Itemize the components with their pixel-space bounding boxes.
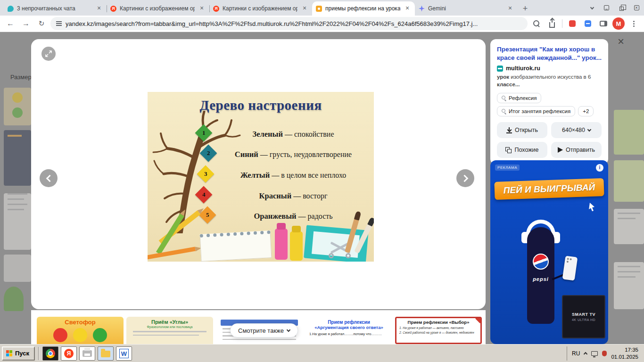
yandex-favicon-icon <box>110 6 116 12</box>
source-link[interactable]: multiurok.ru <box>497 65 602 72</box>
close-window-button[interactable] <box>629 0 644 16</box>
refresh-button[interactable] <box>35 17 48 30</box>
extension-blue-button[interactable] <box>581 17 594 30</box>
gemini-favicon-icon <box>419 6 425 12</box>
background-thumbnail <box>4 193 31 250</box>
similar-button[interactable]: Похожие <box>497 142 547 158</box>
previous-image-button[interactable] <box>40 169 58 187</box>
open-button[interactable]: Открыть <box>497 122 547 138</box>
send-icon <box>558 147 563 153</box>
page-favicon-icon <box>316 6 322 12</box>
taskbar-printer-button[interactable] <box>79 346 95 361</box>
background-page-left: Размер <box>0 32 31 344</box>
extension-icon <box>585 20 591 27</box>
ad-headline: ПЕЙ И ВЫИГРЫВАЙ <box>504 182 595 196</box>
tray-monitor-icon[interactable] <box>591 351 598 356</box>
download-icon <box>506 127 512 133</box>
tv-text: 4K ULTRA HD <box>572 318 595 321</box>
share-icon <box>549 22 555 28</box>
tab-title: Картинки с изображением орга <box>120 5 195 12</box>
chevron-left-icon <box>46 174 53 182</box>
minimize-button[interactable] <box>599 0 614 16</box>
language-indicator[interactable]: RU <box>572 350 580 357</box>
start-label: Пуск <box>15 350 29 357</box>
mood-line-green: Зеленый — спокойствие <box>218 130 368 139</box>
background-thumbnail <box>4 130 31 186</box>
image-title-link[interactable]: Презентация "Как мир хорош в красе своей… <box>497 45 602 62</box>
notebook-graphic <box>200 230 272 262</box>
windows-logo-icon <box>6 350 12 356</box>
see-also-button[interactable]: Смотрите также <box>230 323 298 337</box>
tray-expand-icon[interactable] <box>584 352 587 356</box>
taskbar-clock[interactable]: 17:35 01.01.2025 <box>611 346 638 360</box>
expand-image-button[interactable] <box>41 47 56 61</box>
viewed-image[interactable]: Дерево настроения <box>148 92 374 262</box>
tv-text: SMART TV <box>572 312 595 317</box>
tray-shield-icon[interactable] <box>602 351 607 356</box>
tab-unread-chats[interactable]: 3 непрочитанных чата <box>4 1 107 16</box>
tab-close-icon[interactable] <box>506 5 514 12</box>
zoom-button[interactable] <box>530 17 543 30</box>
url-text: yandex.kz/images/search?from=tabbar&img_… <box>66 20 522 27</box>
tab-close-icon[interactable] <box>301 5 308 12</box>
background-thumbnail <box>4 255 31 282</box>
tab-close-icon[interactable] <box>198 5 206 12</box>
advertisement-banner[interactable]: РЕКЛАМА ПЕЙ И ВЫИГРЫВАЙ pepsi SMART TV 4… <box>490 160 608 344</box>
new-tab-button[interactable] <box>519 2 532 15</box>
tab-current[interactable]: приемы рефлексии на уроках в <box>312 1 415 16</box>
tab-close-icon[interactable] <box>404 5 411 12</box>
minimize-icon <box>604 5 609 10</box>
taskbar-folder-button[interactable] <box>98 346 114 361</box>
card-line: 2. Своей работой на уроке я — доволен, н… <box>399 331 478 334</box>
tag-chip-reflexia[interactable]: Рефлексия <box>497 93 541 103</box>
text-placeholder <box>126 331 213 336</box>
start-button[interactable]: Пуск <box>2 346 35 361</box>
profile-avatar[interactable]: M <box>612 17 625 30</box>
related-card-svetofor[interactable]: Светофор <box>37 317 124 344</box>
source-favicon-icon <box>497 66 503 72</box>
tab-images-1[interactable]: Картинки с изображением орга <box>107 1 209 16</box>
image-viewer-panel: Дерево настроения <box>31 39 486 309</box>
taskbar-chrome-button[interactable] <box>42 346 58 361</box>
address-bar[interactable]: yandex.kz/images/search?from=tabbar&img_… <box>50 17 528 30</box>
back-button[interactable] <box>4 17 17 30</box>
tag-chip-itog[interactable]: Итог занятия рефлексия <box>497 106 575 116</box>
see-also-label: Смотрите также <box>238 327 284 334</box>
tab-close-icon[interactable] <box>95 5 103 12</box>
tab-images-2[interactable]: Картинки с изображением орган <box>209 1 312 16</box>
clock-time: 17:35 <box>611 346 638 353</box>
taskbar-word-button[interactable] <box>116 346 132 361</box>
browser-toolbar: yandex.kz/images/search?from=tabbar&img_… <box>0 16 644 32</box>
taskbar-divider <box>38 347 39 360</box>
scissors-graphic <box>328 238 353 260</box>
forward-button[interactable] <box>19 17 33 30</box>
send-button[interactable]: Отправить <box>551 142 602 158</box>
related-card-vybor[interactable]: Прием рефлексии «Выбор» 1. На уроке я ра… <box>395 317 482 344</box>
site-info-icon[interactable] <box>56 21 62 26</box>
next-image-button[interactable] <box>456 169 474 187</box>
tab-gemini[interactable]: Gemini <box>415 1 518 16</box>
button-label: Отправить <box>566 147 595 153</box>
taskbar-yandex-button[interactable] <box>61 346 77 361</box>
related-card-argumentacia[interactable]: Прием рефлексии «Аргументация своего отв… <box>305 317 392 344</box>
share-button[interactable] <box>545 17 559 30</box>
restore-button[interactable] <box>614 0 629 16</box>
close-viewer-button[interactable] <box>615 36 627 48</box>
window-controls <box>599 0 644 16</box>
related-card-ugly[interactable]: Приём «Углы» Фразеологизм или пословица <box>126 317 213 344</box>
printer-icon <box>83 350 92 357</box>
chip-label: +2 <box>583 108 589 114</box>
size-select[interactable]: 640×480 <box>551 122 602 138</box>
button-label: Похожие <box>514 147 538 153</box>
chevron-right-icon <box>461 174 468 182</box>
background-thumbnail <box>614 110 644 155</box>
chip-label: Итог занятия рефлексия <box>509 108 570 114</box>
side-panel-button[interactable] <box>597 17 610 30</box>
tab-search-button[interactable] <box>586 1 599 15</box>
ad-info-icon[interactable] <box>596 164 603 172</box>
extension-red-button[interactable] <box>566 17 579 30</box>
browser-menu-button[interactable] <box>627 17 640 30</box>
pepsi-logo-icon <box>533 254 549 270</box>
brush-graphic <box>345 218 359 253</box>
more-tags-chip[interactable]: +2 <box>578 106 594 116</box>
